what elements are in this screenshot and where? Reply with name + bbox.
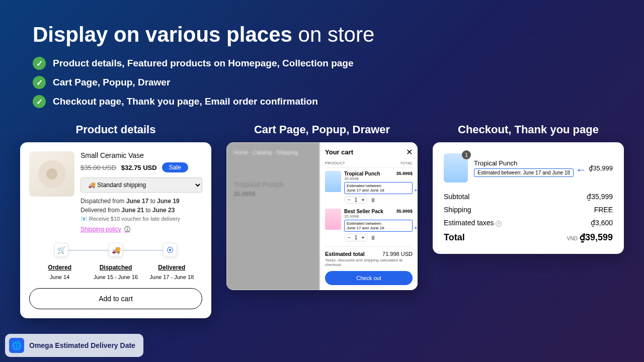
bullet-1: ✓Product details, Featured products on H… <box>33 57 611 70</box>
voucher-text: 📧 Receive $10 voucher for late delivery <box>80 216 202 222</box>
cart-item: Tropical Punch35.999$ 35.999$ Estimated … <box>325 171 413 204</box>
check-icon: ✓ <box>33 95 46 108</box>
subtotal-value: ₫35,999 <box>587 193 613 201</box>
shipping-value: FREE <box>594 206 613 214</box>
sale-badge: Sale <box>162 162 188 172</box>
product-image <box>29 151 74 197</box>
arrow-icon: ← <box>413 222 418 233</box>
arrow-icon: ← <box>413 184 418 196</box>
deliver-text: Delivered from June 21 to June 23 <box>80 207 202 214</box>
app-icon: 🌐 <box>9 338 24 353</box>
item-image <box>325 171 341 192</box>
bullet-3: ✓Checkout page, Thank you page, Email or… <box>33 95 611 108</box>
location-icon: ⦿ <box>163 243 177 257</box>
cart-drawer: Your cart ✕ PRODUCTTOTAL Tropical Punch3… <box>319 142 418 290</box>
dispatch-text: Dispatched from June 17 to June 19 <box>80 198 202 205</box>
tl-dispatched-label: Dispatched <box>88 264 143 271</box>
checkout-estimate: Estimated between: June 17 and June 18 <box>474 168 574 177</box>
product-details-card: Small Ceramic Vase $35.00 USD $32.75 USD… <box>20 142 211 318</box>
cart-item: Best Seller Pack35.999$ 35.999$ Estimate… <box>325 209 413 241</box>
total-label: Total <box>444 232 465 243</box>
currency-code: VND <box>567 236 578 241</box>
qty-badge: 1 <box>462 150 471 159</box>
add-to-cart-button[interactable]: Add to cart <box>29 288 202 309</box>
close-icon[interactable]: ✕ <box>406 147 413 157</box>
shipping-policy-link[interactable]: Shipping policyⓘ <box>80 225 130 234</box>
bullet-2: ✓Cart Page, Popup, Drawer <box>33 76 611 89</box>
total-value: 71.998 USD <box>382 251 413 257</box>
cart-title: Your cart <box>325 148 353 156</box>
app-badge: 🌐 Omega Estimated Delivery Date <box>5 334 143 357</box>
shipping-label: Shipping <box>444 206 471 214</box>
total-value: ₫39,599 <box>580 232 613 242</box>
quantity-stepper[interactable]: −1+ <box>344 196 368 204</box>
tax-value: ₫3,600 <box>591 219 613 227</box>
product-name: Small Ceramic Vase <box>80 151 202 159</box>
checkout-button[interactable]: Check out <box>325 271 413 285</box>
total-label: Estimated total <box>325 251 365 257</box>
truck-icon: 🚚 <box>109 243 123 257</box>
estimate-box: Estimated between:June 17 and June 18 <box>344 220 413 232</box>
cart-card: Home · Catalog · Shipping Tropical Punch… <box>226 142 418 290</box>
tl-ordered-date: June 14 <box>32 274 88 280</box>
tax-label: Estimated taxes? <box>444 219 502 227</box>
trash-icon[interactable]: 🗑 <box>371 197 376 203</box>
tl-delivered-label: Delivered <box>144 264 200 271</box>
subtotal-label: Subtotal <box>444 193 469 201</box>
tl-delivered-date: June 17 - June 18 <box>144 274 200 280</box>
tax-note: Taxes, discounts and shipping calculated… <box>325 258 413 267</box>
col1-title: Product details <box>20 123 211 136</box>
estimate-box: Estimated between:June 17 and June 18 <box>344 182 413 194</box>
current-price: $32.75 USD <box>121 164 157 171</box>
app-name: Omega Estimated Delivery Date <box>29 341 135 349</box>
old-price: $35.00 USD <box>80 164 116 171</box>
checkout-product-image: 1 <box>444 153 468 183</box>
cart-backdrop: Home · Catalog · Shipping Tropical Punch… <box>226 142 319 290</box>
col2-title: Cart Page, Popup, Drawer <box>226 123 418 136</box>
shipping-select[interactable]: 🚚 Standard shipping <box>80 177 202 193</box>
item-image <box>325 209 341 230</box>
check-icon: ✓ <box>33 76 46 89</box>
checkout-product-name: Tropical Punch <box>474 159 583 167</box>
checkout-card: 1 Tropical Punch Estimated between: June… <box>433 142 624 254</box>
quantity-stepper[interactable]: −1+ <box>344 234 368 241</box>
info-icon[interactable]: ? <box>496 221 502 227</box>
trash-icon[interactable]: 🗑 <box>371 235 376 240</box>
checkout-price: ₫35,999 <box>589 164 613 172</box>
cart-icon: 🛒 <box>54 243 68 257</box>
page-title: Display on various places on store <box>33 23 611 47</box>
tl-dispatched-date: June 15 - June 16 <box>88 274 143 280</box>
col3-title: Checkout, Thank you page <box>433 123 624 136</box>
timeline: 🛒 🚚 ⦿ <box>34 243 197 257</box>
check-icon: ✓ <box>33 57 46 70</box>
arrow-icon: ← <box>576 163 587 176</box>
tl-ordered-label: Ordered <box>32 264 88 271</box>
